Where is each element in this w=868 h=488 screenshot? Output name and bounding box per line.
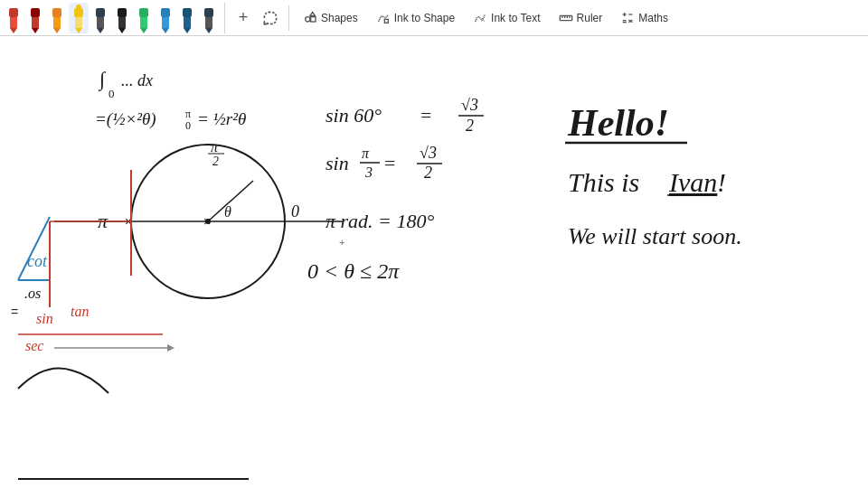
red-pen-2[interactable]	[25, 3, 45, 33]
pen-group	[4, 3, 225, 33]
svg-text:= ½r²θ: = ½r²θ	[197, 109, 246, 128]
svg-text:0: 0	[108, 87, 115, 100]
ink-to-shape-label: Ink to Shape	[394, 12, 455, 24]
svg-text:=: =	[420, 104, 431, 127]
shapes-label: Shapes	[321, 12, 358, 24]
black-pen-1[interactable]	[90, 3, 110, 33]
whiteboard-content: ∫ 0 ... dx =(½×²θ) π 0 = ½r²θ π 2 π 0 θ …	[0, 36, 868, 488]
svg-text:2: 2	[466, 117, 474, 135]
ruler-icon	[559, 11, 573, 25]
svg-text:sin 60°: sin 60°	[326, 104, 382, 127]
shapes-button[interactable]: Shapes	[295, 6, 366, 30]
svg-text:.os: .os	[24, 286, 41, 301]
ruler-button[interactable]: Ruler	[551, 6, 611, 30]
svg-text:+: +	[339, 237, 344, 248]
svg-text:tan: tan	[71, 304, 89, 319]
svg-text:θ: θ	[224, 204, 231, 220]
svg-text:3: 3	[364, 164, 373, 180]
add-pen-button[interactable]: +	[231, 5, 256, 31]
svg-text:=: =	[11, 305, 18, 319]
svg-text:We will start soon.: We will start soon.	[568, 223, 742, 249]
yellow-pen[interactable]	[69, 3, 89, 33]
canvas-area[interactable]: ∫ 0 ... dx =(½×²θ) π 0 = ½r²θ π 2 π 0 θ …	[0, 36, 868, 488]
svg-text:π: π	[185, 108, 191, 120]
maths-icon	[620, 11, 635, 25]
ink-to-shape-button[interactable]: Ink to Shape	[368, 6, 463, 30]
ruler-label: Ruler	[577, 12, 603, 24]
svg-text:2: 2	[212, 155, 219, 168]
red-pen-1[interactable]	[4, 3, 24, 33]
svg-text:A: A	[481, 17, 485, 23]
dark-blue-pen[interactable]	[177, 3, 197, 33]
blue-pen[interactable]	[156, 3, 175, 33]
maths-label: Maths	[638, 12, 668, 24]
svg-text:sec: sec	[25, 338, 43, 353]
green-pen[interactable]	[134, 3, 154, 33]
ink-to-shape-icon	[376, 11, 391, 25]
svg-text:0: 0	[185, 119, 191, 132]
divider-1	[288, 5, 289, 31]
svg-text:Ivan: Ivan	[668, 167, 717, 197]
svg-text:×: ×	[203, 214, 211, 229]
svg-text:π: π	[211, 139, 219, 155]
ink-to-text-icon: A	[473, 11, 487, 25]
svg-text:... dx: ... dx	[121, 71, 153, 89]
svg-marker-2	[310, 12, 315, 15]
svg-rect-1	[311, 16, 316, 21]
maths-button[interactable]: Maths	[612, 6, 676, 30]
orange-pen[interactable]	[47, 3, 67, 33]
svg-point-0	[306, 16, 310, 21]
lasso-tool-button[interactable]	[258, 5, 283, 31]
svg-text:This is: This is	[568, 167, 639, 197]
black-pen-3[interactable]	[199, 3, 219, 33]
toolbar: + Shapes Ink to Shape A Ink to Text	[0, 0, 868, 36]
svg-text:√3: √3	[420, 144, 437, 162]
svg-text:π: π	[362, 145, 370, 161]
svg-text:0 < θ ≤ 2π: 0 < θ ≤ 2π	[307, 259, 400, 283]
svg-text:=: =	[384, 152, 395, 174]
svg-rect-3	[384, 19, 388, 23]
svg-text:√3: √3	[461, 96, 478, 114]
svg-text:sin: sin	[326, 152, 349, 174]
svg-text:=(½×²θ): =(½×²θ)	[95, 109, 156, 129]
ink-to-text-label: Ink to Text	[491, 12, 540, 24]
black-pen-2[interactable]	[112, 3, 132, 33]
svg-text:Hello!: Hello!	[567, 102, 669, 144]
svg-text:!: !	[717, 167, 726, 197]
svg-rect-5	[560, 15, 571, 20]
ink-to-text-button[interactable]: A Ink to Text	[465, 6, 548, 30]
svg-text:0: 0	[291, 202, 299, 221]
svg-text:π rad. = 180°: π rad. = 180°	[326, 210, 434, 232]
svg-text:sin: sin	[36, 311, 53, 326]
svg-text:2: 2	[424, 164, 432, 182]
shapes-icon	[303, 11, 317, 25]
